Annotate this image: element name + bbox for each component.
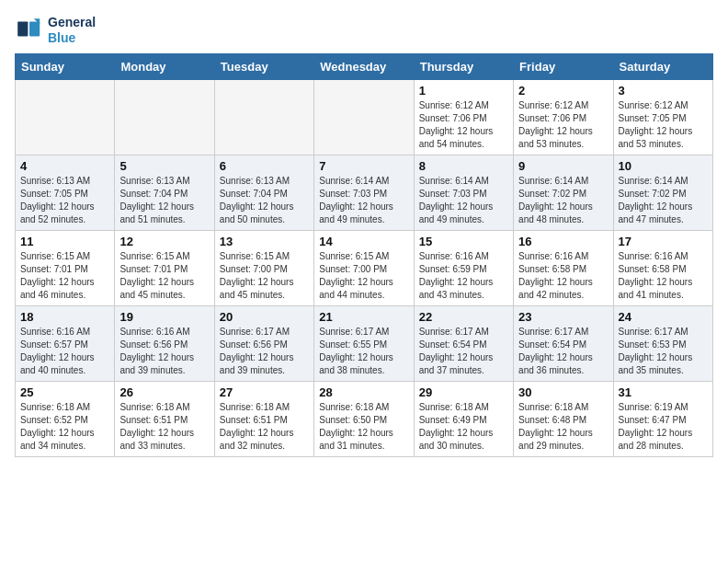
day-header-thursday: Thursday <box>414 53 513 79</box>
calendar-cell <box>115 79 214 155</box>
calendar-cell: 15Sunrise: 6:16 AM Sunset: 6:59 PM Dayli… <box>414 230 513 305</box>
day-header-friday: Friday <box>514 53 613 79</box>
day-number: 23 <box>518 310 608 324</box>
day-number: 2 <box>518 84 608 98</box>
calendar-cell: 30Sunrise: 6:18 AM Sunset: 6:48 PM Dayli… <box>514 381 613 456</box>
calendar-cell: 26Sunrise: 6:18 AM Sunset: 6:51 PM Dayli… <box>115 381 214 456</box>
calendar-header-row: SundayMondayTuesdayWednesdayThursdayFrid… <box>16 53 713 79</box>
calendar-cell: 28Sunrise: 6:18 AM Sunset: 6:50 PM Dayli… <box>314 381 414 456</box>
calendar-cell: 4Sunrise: 6:13 AM Sunset: 7:05 PM Daylig… <box>16 155 115 230</box>
day-number: 20 <box>220 310 309 324</box>
calendar-week-row: 11Sunrise: 6:15 AM Sunset: 7:01 PM Dayli… <box>16 230 713 305</box>
calendar-cell: 16Sunrise: 6:16 AM Sunset: 6:58 PM Dayli… <box>514 230 613 305</box>
calendar-cell: 13Sunrise: 6:15 AM Sunset: 7:00 PM Dayli… <box>214 230 313 305</box>
day-info: Sunrise: 6:17 AM Sunset: 6:54 PM Dayligh… <box>419 326 508 377</box>
day-number: 7 <box>319 159 408 173</box>
calendar-cell <box>214 79 313 155</box>
calendar-cell: 19Sunrise: 6:16 AM Sunset: 6:56 PM Dayli… <box>115 305 214 381</box>
calendar-cell: 25Sunrise: 6:18 AM Sunset: 6:52 PM Dayli… <box>16 381 115 456</box>
calendar-cell <box>314 79 414 155</box>
svg-rect-2 <box>29 21 40 36</box>
page-header: General Blue <box>15 15 713 46</box>
day-number: 24 <box>619 310 708 324</box>
day-number: 5 <box>119 159 209 173</box>
day-number: 13 <box>220 235 309 248</box>
day-number: 25 <box>20 385 109 399</box>
day-info: Sunrise: 6:12 AM Sunset: 7:06 PM Dayligh… <box>419 99 508 151</box>
calendar-cell: 3Sunrise: 6:12 AM Sunset: 7:05 PM Daylig… <box>613 79 712 155</box>
day-number: 22 <box>419 310 508 324</box>
day-header-wednesday: Wednesday <box>314 53 414 79</box>
calendar-cell: 20Sunrise: 6:17 AM Sunset: 6:56 PM Dayli… <box>214 305 313 381</box>
day-number: 3 <box>619 84 708 98</box>
day-info: Sunrise: 6:16 AM Sunset: 6:58 PM Dayligh… <box>518 250 608 302</box>
day-info: Sunrise: 6:15 AM Sunset: 7:00 PM Dayligh… <box>220 250 309 302</box>
calendar-cell: 2Sunrise: 6:12 AM Sunset: 7:06 PM Daylig… <box>514 79 613 155</box>
day-number: 11 <box>20 235 109 248</box>
day-info: Sunrise: 6:15 AM Sunset: 7:00 PM Dayligh… <box>319 250 408 302</box>
day-info: Sunrise: 6:17 AM Sunset: 6:55 PM Dayligh… <box>319 326 408 377</box>
calendar-cell: 23Sunrise: 6:17 AM Sunset: 6:54 PM Dayli… <box>514 305 613 381</box>
day-info: Sunrise: 6:17 AM Sunset: 6:54 PM Dayligh… <box>518 326 608 377</box>
logo-icon <box>15 16 44 45</box>
day-header-saturday: Saturday <box>613 53 712 79</box>
day-number: 17 <box>619 235 708 248</box>
calendar-table: SundayMondayTuesdayWednesdayThursdayFrid… <box>15 53 713 457</box>
day-number: 28 <box>319 385 408 399</box>
calendar-cell: 9Sunrise: 6:14 AM Sunset: 7:02 PM Daylig… <box>514 155 613 230</box>
day-number: 4 <box>20 159 109 173</box>
calendar-cell: 14Sunrise: 6:15 AM Sunset: 7:00 PM Dayli… <box>314 230 414 305</box>
day-info: Sunrise: 6:16 AM Sunset: 6:56 PM Dayligh… <box>119 326 209 377</box>
day-info: Sunrise: 6:18 AM Sunset: 6:50 PM Dayligh… <box>319 401 408 453</box>
day-number: 31 <box>619 385 708 399</box>
calendar-cell: 10Sunrise: 6:14 AM Sunset: 7:02 PM Dayli… <box>613 155 712 230</box>
day-info: Sunrise: 6:14 AM Sunset: 7:02 PM Dayligh… <box>518 175 608 226</box>
day-number: 12 <box>119 235 209 248</box>
day-info: Sunrise: 6:14 AM Sunset: 7:02 PM Dayligh… <box>619 175 708 226</box>
calendar-week-row: 1Sunrise: 6:12 AM Sunset: 7:06 PM Daylig… <box>16 79 713 155</box>
day-info: Sunrise: 6:18 AM Sunset: 6:51 PM Dayligh… <box>119 401 209 453</box>
calendar-cell: 31Sunrise: 6:19 AM Sunset: 6:47 PM Dayli… <box>613 381 712 456</box>
day-header-tuesday: Tuesday <box>214 53 313 79</box>
day-info: Sunrise: 6:17 AM Sunset: 6:56 PM Dayligh… <box>220 326 309 377</box>
day-number: 16 <box>518 235 608 248</box>
day-number: 21 <box>319 310 408 324</box>
day-info: Sunrise: 6:17 AM Sunset: 6:53 PM Dayligh… <box>619 326 708 377</box>
calendar-cell: 18Sunrise: 6:16 AM Sunset: 6:57 PM Dayli… <box>16 305 115 381</box>
day-header-sunday: Sunday <box>16 53 115 79</box>
day-info: Sunrise: 6:16 AM Sunset: 6:59 PM Dayligh… <box>419 250 508 302</box>
calendar-cell: 29Sunrise: 6:18 AM Sunset: 6:49 PM Dayli… <box>414 381 513 456</box>
calendar-cell: 7Sunrise: 6:14 AM Sunset: 7:03 PM Daylig… <box>314 155 414 230</box>
calendar-cell: 5Sunrise: 6:13 AM Sunset: 7:04 PM Daylig… <box>115 155 214 230</box>
calendar-week-row: 4Sunrise: 6:13 AM Sunset: 7:05 PM Daylig… <box>16 155 713 230</box>
day-info: Sunrise: 6:14 AM Sunset: 7:03 PM Dayligh… <box>319 175 408 226</box>
day-info: Sunrise: 6:18 AM Sunset: 6:48 PM Dayligh… <box>518 401 608 453</box>
day-info: Sunrise: 6:19 AM Sunset: 6:47 PM Dayligh… <box>619 401 708 453</box>
day-info: Sunrise: 6:15 AM Sunset: 7:01 PM Dayligh… <box>119 250 209 302</box>
day-info: Sunrise: 6:16 AM Sunset: 6:57 PM Dayligh… <box>20 326 109 377</box>
day-number: 14 <box>319 235 408 248</box>
day-info: Sunrise: 6:18 AM Sunset: 6:51 PM Dayligh… <box>220 401 309 453</box>
calendar-cell: 24Sunrise: 6:17 AM Sunset: 6:53 PM Dayli… <box>613 305 712 381</box>
day-info: Sunrise: 6:18 AM Sunset: 6:52 PM Dayligh… <box>20 401 109 453</box>
day-info: Sunrise: 6:18 AM Sunset: 6:49 PM Dayligh… <box>419 401 508 453</box>
day-header-monday: Monday <box>115 53 214 79</box>
day-number: 29 <box>419 385 508 399</box>
day-number: 19 <box>119 310 209 324</box>
svg-rect-1 <box>17 21 28 36</box>
calendar-cell: 17Sunrise: 6:16 AM Sunset: 6:58 PM Dayli… <box>613 230 712 305</box>
day-number: 6 <box>220 159 309 173</box>
calendar-week-row: 25Sunrise: 6:18 AM Sunset: 6:52 PM Dayli… <box>16 381 713 456</box>
day-info: Sunrise: 6:13 AM Sunset: 7:05 PM Dayligh… <box>20 175 109 226</box>
calendar-week-row: 18Sunrise: 6:16 AM Sunset: 6:57 PM Dayli… <box>16 305 713 381</box>
day-info: Sunrise: 6:13 AM Sunset: 7:04 PM Dayligh… <box>220 175 309 226</box>
day-info: Sunrise: 6:13 AM Sunset: 7:04 PM Dayligh… <box>119 175 209 226</box>
calendar-cell <box>16 79 115 155</box>
day-info: Sunrise: 6:12 AM Sunset: 7:05 PM Dayligh… <box>619 99 708 151</box>
calendar-cell: 8Sunrise: 6:14 AM Sunset: 7:03 PM Daylig… <box>414 155 513 230</box>
logo-text: General Blue <box>48 15 96 46</box>
calendar-cell: 21Sunrise: 6:17 AM Sunset: 6:55 PM Dayli… <box>314 305 414 381</box>
logo: General Blue <box>15 15 96 46</box>
day-number: 15 <box>419 235 508 248</box>
calendar-cell: 1Sunrise: 6:12 AM Sunset: 7:06 PM Daylig… <box>414 79 513 155</box>
